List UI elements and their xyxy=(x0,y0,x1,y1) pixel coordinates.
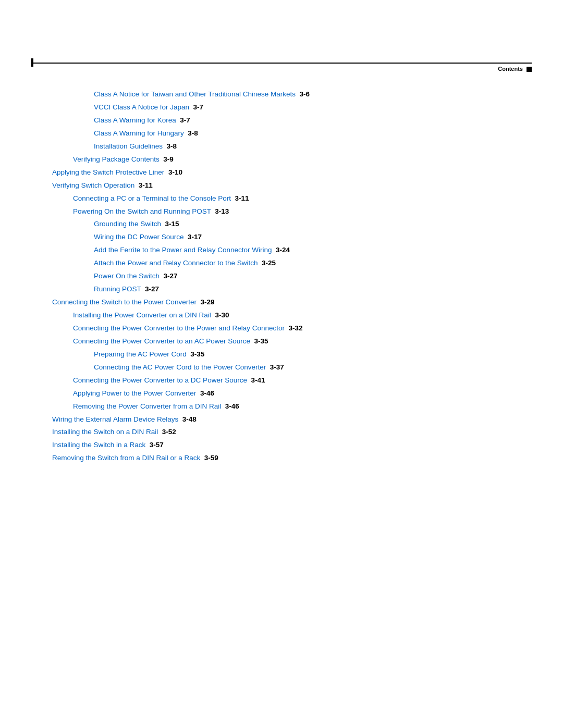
toc-link-item-20[interactable]: Connecting the Power Converter to an AC … xyxy=(73,337,254,345)
main-content: Class A Notice for Taiwan and Other Trad… xyxy=(0,72,563,464)
toc-link-item-27[interactable]: Installing the Switch on a DIN Rail xyxy=(52,428,162,436)
toc-page-num: 3-17 xyxy=(188,233,202,241)
toc-link-item-13[interactable]: Add the Ferrite to the Power and Relay C… xyxy=(94,246,276,254)
toc-link-item-29[interactable]: Removing the Switch from a DIN Rail or a… xyxy=(52,454,204,462)
toc-list-item: Installation Guidelines 3-8 xyxy=(31,141,532,153)
toc-link-item-10[interactable]: Powering On the Switch and Running POST xyxy=(73,207,215,215)
toc-list-item: Connecting the Switch to the Power Conve… xyxy=(31,297,532,309)
toc-link-item-14[interactable]: Attach the Power and Relay Connector to … xyxy=(94,259,262,267)
toc-page-num: 3-11 xyxy=(139,181,153,189)
toc-list-item: Class A Notice for Taiwan and Other Trad… xyxy=(31,89,532,101)
toc-link-item-8[interactable]: Verifying Switch Operation xyxy=(52,181,139,189)
toc-page-num: 3-25 xyxy=(262,259,276,267)
toc-page-num: 3-7 xyxy=(193,103,204,111)
toc-page-num: 3-41 xyxy=(251,376,265,384)
toc-page-num: 3-46 xyxy=(225,402,239,410)
toc-link-item-17[interactable]: Connecting the Switch to the Power Conve… xyxy=(52,298,200,306)
toc-page-num: 3-59 xyxy=(204,454,218,462)
toc-list-item: Wiring the DC Power Source 3-17 xyxy=(31,231,532,243)
toc-list: Class A Notice for Taiwan and Other Trad… xyxy=(31,89,532,464)
toc-link-item-28[interactable]: Installing the Switch in a Rack xyxy=(52,441,150,449)
toc-page-num: 3-27 xyxy=(164,272,178,280)
toc-page-num: 3-8 xyxy=(167,142,177,150)
toc-link-item-21[interactable]: Preparing the AC Power Cord xyxy=(94,350,190,358)
toc-link-item-18[interactable]: Installing the Power Converter on a DIN … xyxy=(73,311,215,319)
toc-list-item: Verifying Switch Operation 3-11 xyxy=(31,180,532,192)
toc-list-item: Connecting the Power Converter to the Po… xyxy=(31,323,532,335)
toc-list-item: Removing the Switch from a DIN Rail or a… xyxy=(31,452,532,464)
toc-link-item-24[interactable]: Applying Power to the Power Converter xyxy=(73,389,200,397)
contents-label: Contents xyxy=(0,64,563,72)
toc-list-item: Removing the Power Converter from a DIN … xyxy=(31,401,532,413)
toc-page-num: 3-11 xyxy=(235,194,249,202)
toc-page-num: 3-27 xyxy=(145,285,159,293)
toc-link-item-2[interactable]: VCCI Class A Notice for Japan xyxy=(94,103,193,111)
toc-list-item: Connecting the Power Converter to an AC … xyxy=(31,336,532,348)
toc-link-item-6[interactable]: Verifying Package Contents xyxy=(73,155,163,163)
toc-list-item: Applying Power to the Power Converter 3-… xyxy=(31,388,532,400)
contents-square-icon xyxy=(527,67,532,72)
toc-page-num: 3-8 xyxy=(188,129,198,137)
toc-page-num: 3-10 xyxy=(168,168,182,176)
toc-link-item-9[interactable]: Connecting a PC or a Terminal to the Con… xyxy=(73,194,235,202)
toc-list-item: Add the Ferrite to the Power and Relay C… xyxy=(31,244,532,256)
toc-page-num: 3-30 xyxy=(215,311,229,319)
top-rule-line xyxy=(31,63,532,64)
toc-page-num: 3-35 xyxy=(190,350,204,358)
page-container: Contents Class A Notice for Taiwan and O… xyxy=(0,63,563,728)
toc-link-item-3[interactable]: Class A Warning for Korea xyxy=(94,116,180,124)
toc-list-item: Class A Warning for Korea 3-7 xyxy=(31,115,532,127)
toc-link-item-1[interactable]: Class A Notice for Taiwan and Other Trad… xyxy=(94,90,299,98)
toc-page-num: 3-48 xyxy=(182,415,197,423)
toc-link-item-15[interactable]: Power On the Switch xyxy=(94,272,164,280)
toc-page-num: 3-32 xyxy=(288,324,302,332)
toc-link-item-7[interactable]: Applying the Switch Protective Liner xyxy=(52,168,168,176)
toc-list-item: Grounding the Switch 3-15 xyxy=(31,218,532,230)
toc-list-item: Installing the Switch on a DIN Rail 3-52 xyxy=(31,426,532,438)
top-left-bar xyxy=(31,58,33,67)
toc-page-num: 3-52 xyxy=(162,428,176,436)
toc-list-item: Running POST 3-27 xyxy=(31,283,532,295)
toc-list-item: Applying the Switch Protective Liner 3-1… xyxy=(31,167,532,179)
toc-list-item: Installing the Switch in a Rack 3-57 xyxy=(31,439,532,451)
toc-link-item-22[interactable]: Connecting the AC Power Cord to the Powe… xyxy=(94,363,270,371)
toc-link-item-4[interactable]: Class A Warning for Hungary xyxy=(94,129,188,137)
toc-link-item-25[interactable]: Removing the Power Converter from a DIN … xyxy=(73,402,225,410)
toc-list-item: Attach the Power and Relay Connector to … xyxy=(31,257,532,269)
toc-link-item-11[interactable]: Grounding the Switch xyxy=(94,220,165,228)
toc-link-item-19[interactable]: Connecting the Power Converter to the Po… xyxy=(73,324,288,332)
toc-list-item: Connecting a PC or a Terminal to the Con… xyxy=(31,193,532,205)
toc-link-item-5[interactable]: Installation Guidelines xyxy=(94,142,167,150)
toc-list-item: Powering On the Switch and Running POST … xyxy=(31,206,532,218)
toc-list-item: Preparing the AC Power Cord 3-35 xyxy=(31,349,532,361)
toc-page-num: 3-57 xyxy=(150,441,164,449)
toc-page-num: 3-46 xyxy=(200,389,214,397)
toc-page-num: 3-29 xyxy=(200,298,214,306)
toc-list-item: Verifying Package Contents 3-9 xyxy=(31,154,532,166)
toc-link-item-23[interactable]: Connecting the Power Converter to a DC P… xyxy=(73,376,251,384)
toc-list-item: VCCI Class A Notice for Japan 3-7 xyxy=(31,102,532,114)
top-rule-area xyxy=(0,63,563,64)
toc-list-item: Wiring the External Alarm Device Relays … xyxy=(31,414,532,426)
toc-list-item: Connecting the Power Converter to a DC P… xyxy=(31,375,532,387)
toc-page-num: 3-24 xyxy=(276,246,290,254)
contents-text: Contents xyxy=(498,66,523,72)
toc-link-item-26[interactable]: Wiring the External Alarm Device Relays xyxy=(52,415,182,423)
toc-page-num: 3-9 xyxy=(163,155,174,163)
toc-link-item-16[interactable]: Running POST xyxy=(94,285,145,293)
toc-page-num: 3-13 xyxy=(215,207,229,215)
toc-page-num: 3-15 xyxy=(165,220,179,228)
toc-page-num: 3-7 xyxy=(180,116,190,124)
toc-list-item: Connecting the AC Power Cord to the Powe… xyxy=(31,362,532,374)
toc-page-num: 3-6 xyxy=(299,90,310,98)
toc-list-item: Installing the Power Converter on a DIN … xyxy=(31,310,532,322)
toc-link-item-12[interactable]: Wiring the DC Power Source xyxy=(94,233,188,241)
toc-list-item: Class A Warning for Hungary 3-8 xyxy=(31,128,532,140)
toc-list-item: Power On the Switch 3-27 xyxy=(31,270,532,282)
toc-page-num: 3-37 xyxy=(270,363,284,371)
toc-page-num: 3-35 xyxy=(254,337,268,345)
